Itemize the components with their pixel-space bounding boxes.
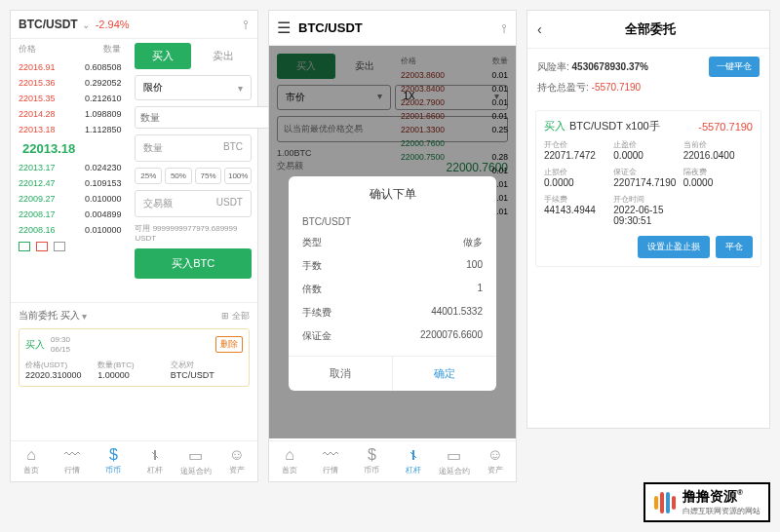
ask-row[interactable]: 22015.350.212610 [11,91,129,106]
nav-icon: ⌂ [11,446,52,464]
nav-item[interactable]: 〰行情 [52,441,93,481]
nav-item[interactable]: 〰行情 [310,441,351,481]
orderbook-format-icons[interactable] [11,238,129,255]
nav-item[interactable]: ⌂首页 [11,441,52,481]
ask-row[interactable]: 22016.910.608508 [11,59,129,75]
watermark-title: 撸撸资源 [682,488,737,504]
order-pair-label: 交易对 [171,360,243,370]
nav-icon: ⌂ [269,446,310,464]
page-title: 全部委托 [542,20,760,38]
orders-title: 当前委托 [19,309,58,323]
bid-row[interactable]: 22012.470.109153 [11,175,129,191]
pct-button[interactable]: 50% [165,168,192,184]
position-pnl: -5570.7190 [698,121,753,133]
position-side: 买入 [544,119,566,133]
modal-ok-button[interactable]: 确定 [392,357,496,391]
orders-side-filter[interactable]: 买入 [60,309,80,323]
price-change: -2.94% [96,19,130,30]
ask-row[interactable]: 22013.181.112850 [11,122,129,137]
position-cell: 当前价22016.0400 [683,139,753,161]
position-cell: 隔夜费0.0000 [683,167,753,188]
watermark-subtitle: 白嫖互联网资源的网站 [682,506,760,516]
ask-row[interactable]: 22015.360.292052 [11,75,129,91]
pair-symbol[interactable]: BTC/USDT [298,20,363,35]
modal-row: 手数100 [289,254,496,278]
pct-button[interactable]: 75% [195,168,222,184]
nav-item[interactable]: ⫮杠杆 [135,441,176,481]
no-record-text: 暂无记录 [269,409,516,423]
qty-label: 数量 [143,141,163,155]
bid-row[interactable]: 22008.160.010000 [11,222,129,238]
nav-icon: $ [93,446,134,464]
risk-rate: 风险率: 4530678930.37% [537,60,709,74]
modal-cancel-button[interactable]: 取消 [289,357,392,391]
ob-header-qty: 数量 [103,43,121,56]
nav-icon: ▭ [176,446,216,465]
nav-icon: 〰 [52,446,93,464]
nav-item[interactable]: ⫮杠杆 [393,441,434,481]
order-type-select[interactable]: 限价 ▾ [135,75,252,100]
nav-item[interactable]: ☺资产 [216,441,257,481]
order-pair-value: BTC/USDT [171,370,243,380]
nav-icon: ☺ [216,446,257,464]
price-input[interactable] [135,106,270,129]
bid-row[interactable]: 22009.270.010000 [11,191,129,207]
chevron-down-icon[interactable]: ⌄ [82,19,90,30]
modal-pair: BTC/USDT [289,212,496,231]
nav-icon: 〰 [310,446,351,464]
menu-icon[interactable]: ☰ [277,19,291,37]
position-cell: 开仓时间2022-06-15 09:30:51 [613,194,682,226]
nav-item[interactable]: $币币 [93,441,134,481]
position-cell: 手续费44143.4944 [544,194,613,226]
submit-buy-button[interactable]: 买入BTC [135,248,252,279]
trade-form: 买入 卖出 限价 ▾ − + 数量 BTC 25%50%75%100% 交易额 [129,39,257,302]
nav-icon: ☺ [475,446,516,464]
tab-buy[interactable]: 买入 [135,43,191,69]
order-price-value: 22020.310000 [25,370,98,380]
pair-symbol[interactable]: BTC/USDT [19,18,78,31]
order-time: 09:3006/15 [51,335,70,354]
amount-label: 交易额 [143,197,173,210]
grid-icon: ⊞ [221,311,229,321]
position-cell: 止盈价0.0000 [613,139,682,161]
position-card: 买入 BTC/USDT x100手 -5570.7190 开仓价22071.74… [535,110,761,267]
nav-icon: ⫮ [135,446,176,464]
order-item: 买入 09:3006/15 删除 价格(USDT)22020.310000 数量… [19,328,250,387]
close-all-button[interactable]: 一键平仓 [709,57,760,77]
pct-button[interactable]: 25% [135,168,162,184]
chart-icon[interactable]: ⫯ [243,17,250,32]
amount-unit: USDT [216,197,243,210]
close-position-button[interactable]: 平仓 [716,236,753,258]
confirm-order-modal: 确认下单 BTC/USDT 类型做多手数100倍数1手续费44001.5332保… [289,176,496,391]
position-cell: 开仓价22071.7472 [544,139,613,161]
all-orders-link[interactable]: ⊞ 全部 [221,310,250,323]
bid-row[interactable]: 22013.170.024230 [11,160,129,175]
position-symbol: BTC/USDT x100手 [569,119,660,133]
set-tpsl-button[interactable]: 设置止盈止损 [638,236,710,258]
pct-button[interactable]: 100% [224,168,252,184]
modal-row: 保证金2200076.6600 [289,324,496,348]
bid-row[interactable]: 22008.170.004899 [11,207,129,222]
chart-icon[interactable]: ⫯ [501,20,508,36]
format-bids-icon[interactable] [19,242,30,251]
nav-icon: ⫮ [393,446,434,464]
caret-down-icon: ▾ [238,83,243,94]
cancel-order-button[interactable]: 删除 [215,336,243,353]
tab-sell[interactable]: 卖出 [195,43,252,69]
nav-item[interactable]: ▭递延合约 [176,441,216,481]
format-asks-icon[interactable] [36,242,48,251]
nav-item[interactable]: ☺资产 [475,441,516,481]
nav-item[interactable]: ▭递延合约 [434,441,475,481]
order-qty-value: 1.00000 [98,370,170,380]
ask-row[interactable]: 22014.281.098809 [11,106,129,122]
qty-unit: BTC [223,141,243,155]
nav-icon: $ [351,446,392,464]
orderbook: 价格 数量 22016.910.60850822015.360.29205222… [11,39,129,302]
nav-item[interactable]: $币币 [351,441,392,481]
avail-value: 9999999977979.689999 USDT [135,224,237,243]
nav-item[interactable]: ⌂首页 [269,441,310,481]
format-both-icon[interactable] [54,242,65,251]
caret-down-icon[interactable]: ▾ [82,311,87,322]
modal-row: 类型做多 [289,231,496,254]
position-cell: 止损价0.0000 [544,167,613,188]
